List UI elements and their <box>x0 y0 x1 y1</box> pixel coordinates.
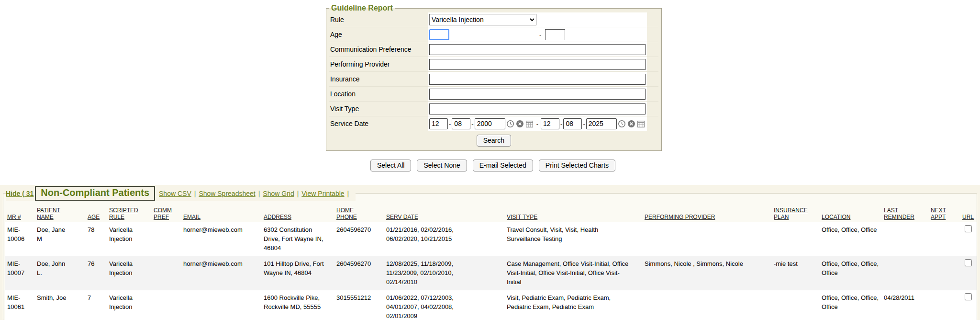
age-range-separator: - <box>539 31 541 38</box>
visit-type-label: Visit Type <box>329 102 428 116</box>
rule-control: Varicella Injection <box>428 12 647 27</box>
service-date-from-clear-icon[interactable] <box>516 119 524 128</box>
visit-type-row: Visit Type <box>329 102 658 116</box>
service-date-to-calendar-icon[interactable] <box>637 119 646 128</box>
patients-table: MR # PATIENT NAME AGE SCRIPTED RULE COMM… <box>5 206 977 320</box>
service-date-from-calendar-icon[interactable] <box>525 119 534 128</box>
location-input[interactable] <box>429 89 646 100</box>
cell-home-phone: 2604596270 <box>334 256 384 290</box>
view-printable-link[interactable]: View Printable <box>301 190 344 197</box>
rule-select[interactable]: Varicella Injection <box>429 14 536 25</box>
patients-panel: MR # PATIENT NAME AGE SCRIPTED RULE COMM… <box>3 193 977 320</box>
visit-type-control <box>428 102 647 116</box>
column-header-age[interactable]: AGE <box>86 206 107 222</box>
cell-last-reminder <box>882 256 929 290</box>
insurance-control <box>428 72 647 86</box>
cell-address: 6302 Constitution Drive, Fort Wayne IN, … <box>262 222 334 256</box>
cell-comm-pref <box>152 290 181 320</box>
service-date-from-clock-icon[interactable] <box>506 119 515 128</box>
page: { "form": { "legend": "Guideline Report"… <box>0 0 980 320</box>
guideline-report-title: Guideline Report <box>329 4 395 12</box>
search-button[interactable]: Search <box>477 135 511 147</box>
search-row: Search <box>329 131 658 147</box>
cell-mr: MIE-10061 <box>5 290 35 320</box>
service-date-to-month-input[interactable] <box>541 118 559 129</box>
cell-patient-name: Smith, Joe <box>35 290 86 320</box>
show-grid-link[interactable]: Show Grid <box>263 190 294 197</box>
service-date-to-clock-icon[interactable] <box>618 119 626 128</box>
cell-insurance-plan: -mie test <box>772 256 820 290</box>
row-select-checkbox[interactable] <box>965 259 972 266</box>
show-csv-link[interactable]: Show CSV <box>159 190 191 197</box>
service-date-from-month-input[interactable] <box>429 118 448 129</box>
print-selected-charts-button[interactable]: Print Selected Charts <box>539 160 615 171</box>
column-header-url[interactable]: URL <box>958 206 977 222</box>
patient-row: MIE-10006 Doe, Jane M 78 Varicella Injec… <box>5 222 977 256</box>
column-header-address[interactable]: ADDRESS <box>262 206 334 222</box>
row-select-checkbox[interactable] <box>965 293 972 300</box>
cell-visit-type: Visit, Pediatric Exam, Pediatric Exam, P… <box>505 290 643 320</box>
cell-comm-pref <box>152 256 181 290</box>
cell-performing-provider <box>643 222 772 256</box>
service-date-to-year-input[interactable] <box>586 118 617 129</box>
age-min-input[interactable] <box>429 29 449 40</box>
cell-visit-type: Case Management, Office Visit-Initial, O… <box>505 256 643 290</box>
email-selected-button[interactable]: E-mail Selected <box>473 160 533 171</box>
performing-provider-control <box>428 57 647 71</box>
cell-email <box>181 290 262 320</box>
column-header-performing-provider[interactable]: PERFORMING PROVIDER <box>643 206 772 222</box>
cell-scripted-rule: Varicella Injection <box>107 290 152 320</box>
age-row: Age - <box>329 27 658 42</box>
service-date-from-day-input[interactable] <box>452 118 470 129</box>
date-part-separator: - <box>560 120 562 127</box>
column-header-visit-type[interactable]: VISIT TYPE <box>505 206 643 222</box>
service-date-to-clear-icon[interactable] <box>627 119 636 128</box>
column-header-email[interactable]: EMAIL <box>181 206 262 222</box>
cell-url <box>958 256 977 290</box>
link-separator: | <box>258 190 260 197</box>
cell-location: Office, Office, Office, Office <box>820 256 882 290</box>
date-part-separator: - <box>583 120 585 127</box>
cell-next-appt <box>929 222 958 256</box>
patients-toolbar: Hide ( 31 Non-Compliant Patients Show CS… <box>6 186 356 201</box>
date-part-separator: - <box>471 120 473 127</box>
cell-age: 7 <box>86 290 107 320</box>
select-none-button[interactable]: Select None <box>417 160 467 171</box>
service-date-to-day-input[interactable] <box>563 118 582 129</box>
link-separator: | <box>194 190 196 197</box>
cell-age: 78 <box>86 222 107 256</box>
performing-provider-input[interactable] <box>429 59 646 70</box>
select-all-button[interactable]: Select All <box>370 160 412 171</box>
cell-location: Office, Office, Office, Office <box>820 290 882 320</box>
column-header-home-phone[interactable]: HOME PHONE <box>334 206 384 222</box>
visit-type-input[interactable] <box>429 103 646 114</box>
communication-preference-input[interactable] <box>429 44 646 55</box>
cell-serv-date: 01/21/2016, 02/02/2016, 06/02/2020, 10/2… <box>384 222 505 256</box>
cell-scripted-rule: Varicella Injection <box>107 222 152 256</box>
column-header-serv-date[interactable]: SERV DATE <box>384 206 505 222</box>
insurance-input[interactable] <box>429 74 646 85</box>
show-spreadsheet-link[interactable]: Show Spreadsheet <box>199 190 255 197</box>
location-row: Location <box>329 87 658 102</box>
link-separator: | <box>347 190 349 197</box>
column-header-mr[interactable]: MR # <box>5 206 35 222</box>
cell-location: Office, Office, Office <box>820 222 882 256</box>
column-header-scripted-rule[interactable]: SCRIPTED RULE <box>107 206 152 222</box>
column-header-next-appt[interactable]: NEXT APPT <box>929 206 958 222</box>
column-header-last-reminder[interactable]: LAST REMINDER <box>882 206 929 222</box>
cell-serv-date: 12/08/2025, 11/18/2009, 11/23/2009, 02/1… <box>384 256 505 290</box>
non-compliant-patients-title: Non-Compliant Patients <box>35 186 155 201</box>
rule-label: Rule <box>329 12 428 27</box>
column-header-location[interactable]: LOCATION <box>820 206 882 222</box>
cell-home-phone: 2604596270 <box>334 222 384 256</box>
hide-link[interactable]: Hide ( 31 <box>6 190 33 197</box>
column-header-patient-name[interactable]: PATIENT NAME <box>35 206 86 222</box>
age-control: - <box>428 27 647 42</box>
row-select-checkbox[interactable] <box>965 225 972 232</box>
age-max-input[interactable] <box>545 29 565 40</box>
column-header-comm-pref[interactable]: COMM PREF <box>152 206 181 222</box>
cell-email: horner@mieweb.com <box>181 222 262 256</box>
column-header-insurance-plan[interactable]: INSURANCE PLAN <box>772 206 820 222</box>
service-date-from-year-input[interactable] <box>475 118 505 129</box>
cell-comm-pref <box>152 222 181 256</box>
